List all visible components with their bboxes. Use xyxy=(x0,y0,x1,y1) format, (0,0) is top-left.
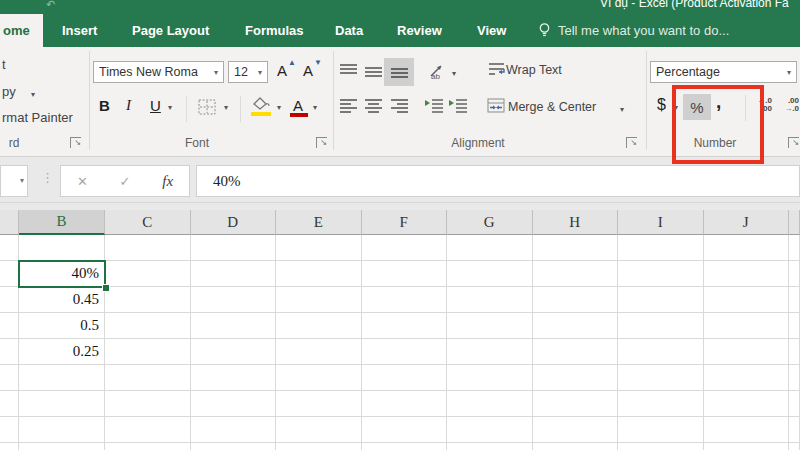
chevron-down-icon[interactable]: ▾ xyxy=(258,68,262,77)
cell[interactable] xyxy=(618,235,704,261)
cell[interactable] xyxy=(105,417,191,443)
cell[interactable] xyxy=(105,313,191,339)
cell[interactable] xyxy=(447,365,533,391)
shrink-font-button[interactable]: A xyxy=(303,62,313,79)
tab-home[interactable]: ome xyxy=(0,14,43,47)
merge-center-dropdown-icon[interactable]: ▾ xyxy=(620,105,624,114)
merge-center-icon[interactable] xyxy=(487,98,505,113)
cell[interactable] xyxy=(0,417,19,443)
column-header-e[interactable]: E xyxy=(276,210,362,235)
cell[interactable] xyxy=(276,417,362,443)
column-header-d[interactable]: D xyxy=(191,210,277,235)
borders-icon[interactable] xyxy=(198,99,217,116)
cell[interactable] xyxy=(447,443,533,450)
tab-review[interactable]: Review xyxy=(397,14,442,47)
cell[interactable] xyxy=(533,365,619,391)
insert-function-icon[interactable]: fx xyxy=(162,173,173,190)
cell-b-value[interactable]: 0.5 xyxy=(19,313,105,339)
orientation-dropdown-icon[interactable]: ▾ xyxy=(452,69,456,78)
cell[interactable] xyxy=(533,339,619,365)
align-left-icon[interactable] xyxy=(340,98,357,113)
formula-input[interactable]: 40% xyxy=(196,165,800,197)
cell[interactable] xyxy=(618,443,704,450)
cell[interactable] xyxy=(191,313,277,339)
column-header-a-sliver[interactable] xyxy=(0,210,19,235)
increase-indent-icon[interactable] xyxy=(448,98,467,113)
cell[interactable] xyxy=(618,365,704,391)
cell[interactable] xyxy=(618,417,704,443)
cell-b-value[interactable]: 0.45 xyxy=(19,287,105,313)
cell[interactable] xyxy=(447,287,533,313)
enter-icon[interactable]: ✓ xyxy=(120,174,131,189)
cell[interactable] xyxy=(276,365,362,391)
cell[interactable] xyxy=(789,313,800,339)
font-name-combo[interactable]: Times New Roma ▾ xyxy=(93,61,224,83)
cell[interactable] xyxy=(533,443,619,450)
column-header-b[interactable]: B xyxy=(19,210,105,235)
cell[interactable] xyxy=(704,261,790,287)
fill-color-icon[interactable] xyxy=(250,96,272,110)
tab-data[interactable]: Data xyxy=(335,14,363,47)
cell[interactable] xyxy=(362,443,448,450)
borders-dropdown-icon[interactable]: ▾ xyxy=(224,103,228,112)
cell[interactable] xyxy=(362,391,448,417)
number-format-combo[interactable]: Percentage ▾ xyxy=(650,61,797,83)
cell[interactable] xyxy=(618,313,704,339)
cancel-icon[interactable]: ✕ xyxy=(77,174,88,189)
copy-dropdown-icon[interactable]: ▾ xyxy=(31,90,35,99)
decrease-indent-icon[interactable] xyxy=(424,98,443,113)
column-header-g[interactable]: G xyxy=(447,210,533,235)
tab-formulas[interactable]: Formulas xyxy=(245,14,304,47)
cell[interactable] xyxy=(447,417,533,443)
font-color-button[interactable]: A xyxy=(293,97,303,114)
cell[interactable] xyxy=(533,287,619,313)
bold-button[interactable]: B xyxy=(99,97,110,114)
cell[interactable] xyxy=(704,313,790,339)
cell[interactable] xyxy=(789,339,800,365)
cell[interactable] xyxy=(447,235,533,261)
cell[interactable] xyxy=(704,443,790,450)
cell[interactable] xyxy=(618,261,704,287)
cell[interactable] xyxy=(0,235,19,261)
cell[interactable] xyxy=(0,365,19,391)
undo-icon[interactable]: ↶ xyxy=(46,0,55,11)
grow-font-button[interactable]: A xyxy=(277,62,287,79)
cell[interactable] xyxy=(618,391,704,417)
cell[interactable] xyxy=(704,287,790,313)
cell[interactable] xyxy=(19,235,105,261)
cell[interactable] xyxy=(533,313,619,339)
cell[interactable] xyxy=(533,391,619,417)
name-box-dropdown-icon[interactable]: ▾ xyxy=(20,176,24,185)
cell[interactable] xyxy=(362,365,448,391)
cell[interactable] xyxy=(276,261,362,287)
formula-bar-grip-icon[interactable]: ⋮ xyxy=(41,170,54,185)
cell[interactable] xyxy=(447,339,533,365)
cell[interactable] xyxy=(191,417,277,443)
cell[interactable] xyxy=(447,261,533,287)
font-color-dropdown-icon[interactable]: ▾ xyxy=(313,103,317,112)
cell[interactable] xyxy=(447,313,533,339)
cell[interactable] xyxy=(704,417,790,443)
format-painter-button[interactable]: rmat Painter xyxy=(2,110,73,125)
cell[interactable] xyxy=(19,391,105,417)
cell[interactable] xyxy=(276,443,362,450)
cell[interactable] xyxy=(276,339,362,365)
cell[interactable] xyxy=(362,339,448,365)
align-right-icon[interactable] xyxy=(391,98,408,113)
cell[interactable] xyxy=(0,443,19,450)
cell[interactable] xyxy=(533,235,619,261)
tab-page-layout[interactable]: Page Layout xyxy=(132,14,209,47)
cell[interactable] xyxy=(276,391,362,417)
chevron-down-icon[interactable]: ▾ xyxy=(787,68,791,77)
column-header-j[interactable]: J xyxy=(704,210,790,235)
name-box[interactable]: ▾ xyxy=(0,165,28,197)
cell[interactable] xyxy=(191,235,277,261)
cell[interactable] xyxy=(447,391,533,417)
cell[interactable] xyxy=(191,443,277,450)
cell[interactable] xyxy=(191,391,277,417)
cell[interactable] xyxy=(0,313,19,339)
cell[interactable] xyxy=(191,261,277,287)
wrap-text-icon[interactable] xyxy=(488,62,505,78)
font-dialog-launcher-icon[interactable]: ↘ xyxy=(316,137,327,148)
cell[interactable] xyxy=(105,365,191,391)
